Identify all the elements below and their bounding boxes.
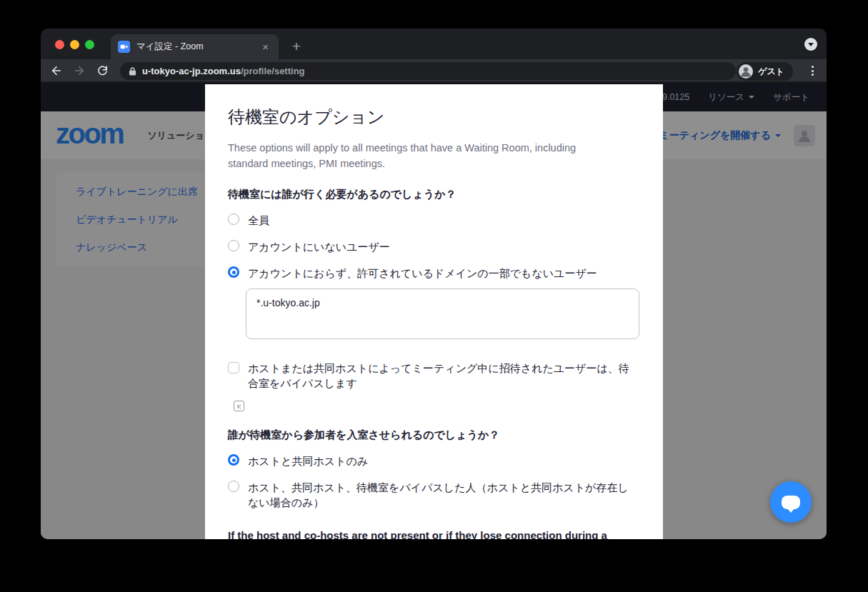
question-host-not-present: If the host and co-hosts are not present… bbox=[228, 528, 640, 539]
new-tab-button[interactable]: + bbox=[287, 38, 306, 56]
radio-icon-selected[interactable] bbox=[228, 454, 239, 466]
question-who-admits-participants: 誰が待機室から参加者を入室させられるのでしょうか？ bbox=[228, 428, 640, 442]
chevron-down-icon bbox=[808, 43, 814, 46]
browser-profile-button[interactable]: ゲスト bbox=[737, 62, 793, 81]
dialog-description: These options will apply to all meetings… bbox=[228, 140, 617, 171]
chat-bubble-icon bbox=[782, 496, 800, 509]
reload-button[interactable] bbox=[94, 63, 110, 79]
minimize-window-button[interactable] bbox=[70, 40, 79, 49]
lock-icon bbox=[129, 66, 136, 76]
radio-option-users-not-in-account[interactable]: アカウントにいないユーザー bbox=[228, 239, 640, 254]
desktop-background: マイ設定 - Zoom × + u-tokyo-ac-jp.zoom.us/pr… bbox=[0, 0, 868, 592]
tab-close-icon[interactable]: × bbox=[259, 40, 271, 54]
chat-widget-button[interactable] bbox=[770, 481, 812, 523]
checkbox-icon[interactable] bbox=[228, 362, 239, 373]
dialog-title: 待機室のオプション bbox=[228, 106, 640, 129]
browser-toolbar: u-tokyo-ac-jp.zoom.us/profile/setting ゲス… bbox=[41, 59, 827, 82]
tab-title: マイ設定 - Zoom bbox=[136, 41, 259, 53]
radio-option-host-cohosts-only[interactable]: ホストと共同ホストのみ bbox=[228, 453, 640, 468]
allowed-domains-input[interactable]: *.u-tokyo.ac.jp bbox=[246, 289, 639, 339]
close-window-button[interactable] bbox=[55, 40, 64, 49]
browser-window: マイ設定 - Zoom × + u-tokyo-ac-jp.zoom.us/pr… bbox=[41, 29, 827, 539]
tab-search-button[interactable] bbox=[804, 38, 817, 51]
broken-image-icon: v. bbox=[234, 401, 244, 411]
back-button[interactable] bbox=[49, 63, 64, 79]
radio-icon[interactable] bbox=[228, 240, 239, 251]
waiting-room-options-dialog: 待機室のオプション These options will apply to al… bbox=[205, 84, 663, 539]
radio-option-everyone[interactable]: 全員 bbox=[228, 213, 640, 228]
browser-menu-button[interactable] bbox=[808, 64, 817, 78]
checkbox-bypass-invited-users[interactable]: ホストまたは共同ホストによってミーティング中に招待されたユーザーは、待合室をバイ… bbox=[228, 361, 640, 391]
zoom-favicon-icon bbox=[118, 41, 130, 53]
profile-avatar-icon bbox=[739, 64, 753, 79]
radio-icon-selected[interactable] bbox=[228, 266, 239, 278]
radio-icon[interactable] bbox=[228, 481, 239, 492]
url-host: u-tokyo-ac-jp.zoom.us bbox=[142, 66, 241, 76]
url-bar[interactable]: u-tokyo-ac-jp.zoom.us/profile/setting bbox=[120, 62, 736, 80]
radio-icon[interactable] bbox=[228, 214, 239, 225]
forward-button[interactable] bbox=[71, 63, 87, 79]
fullscreen-window-button[interactable] bbox=[85, 40, 94, 49]
question-who-goes-to-waiting-room: 待機室には誰が行く必要があるのでしょうか？ bbox=[228, 187, 640, 201]
radio-option-host-cohosts-bypassed[interactable]: ホスト、共同ホスト、待機室をバイパスした人（ホストと共同ホストが存在しない場合の… bbox=[228, 480, 640, 510]
macos-traffic-lights bbox=[55, 40, 94, 49]
guest-label: ゲスト bbox=[758, 66, 784, 78]
radio-option-users-not-in-account-or-domains[interactable]: アカウントにおらず、許可されているドメインの一部でもないユーザー bbox=[228, 266, 640, 281]
browser-tab[interactable]: マイ設定 - Zoom × bbox=[111, 34, 279, 59]
browser-tabstrip: マイ設定 - Zoom × + bbox=[41, 29, 827, 59]
url-path: /profile/setting bbox=[241, 66, 305, 76]
